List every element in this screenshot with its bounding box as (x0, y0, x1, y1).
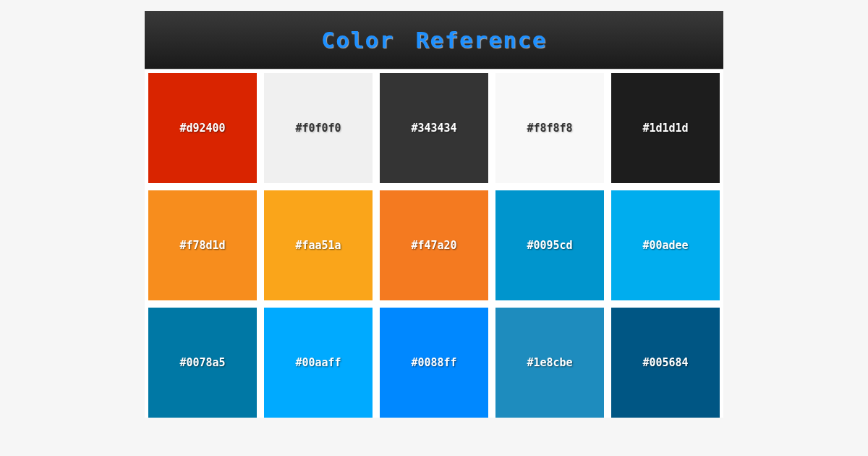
swatch-hex-label: #f47a20 (411, 239, 456, 252)
color-swatch: #0088ff (380, 308, 488, 418)
palette: #d92400#f0f0f0#343434#f8f8f8#1d1d1d#f78d… (145, 69, 723, 418)
color-swatch: #f0f0f0 (264, 73, 373, 183)
color-swatch: #0078a5 (148, 308, 257, 418)
color-swatch: #d92400 (148, 73, 257, 183)
swatch-hex-label: #0088ff (411, 356, 456, 369)
swatch-hex-label: #f8f8f8 (527, 122, 572, 135)
color-reference-card: Color Reference #d92400#f0f0f0#343434#f8… (145, 11, 723, 418)
header: Color Reference (145, 11, 723, 69)
swatch-hex-label: #f0f0f0 (295, 122, 341, 135)
color-swatch: #0095cd (495, 190, 604, 300)
color-swatch: #1e8cbe (495, 308, 604, 418)
swatch-hex-label: #faa51a (295, 239, 341, 252)
color-swatch: #f47a20 (380, 190, 488, 300)
swatch-hex-label: #343434 (411, 122, 456, 135)
page-title: Color Reference (145, 27, 723, 53)
color-swatch: #1d1d1d (611, 73, 720, 183)
color-swatch: #00adee (611, 190, 720, 300)
color-swatch: #005684 (611, 308, 720, 418)
swatch-hex-label: #d92400 (179, 122, 225, 135)
swatch-row: #0078a5#00aaff#0088ff#1e8cbe#005684 (148, 308, 720, 418)
swatch-hex-label: #f78d1d (179, 239, 225, 252)
color-swatch: #faa51a (264, 190, 373, 300)
swatch-hex-label: #00aaff (295, 356, 341, 369)
color-swatch: #f8f8f8 (495, 73, 604, 183)
swatch-row: #f78d1d#faa51a#f47a20#0095cd#00adee (148, 190, 720, 300)
swatch-row: #d92400#f0f0f0#343434#f8f8f8#1d1d1d (148, 73, 720, 183)
swatch-hex-label: #005684 (642, 356, 688, 369)
swatch-hex-label: #0095cd (527, 239, 572, 252)
swatch-hex-label: #1e8cbe (527, 356, 572, 369)
swatch-hex-label: #0078a5 (179, 356, 225, 369)
color-swatch: #f78d1d (148, 190, 257, 300)
swatch-hex-label: #00adee (642, 239, 688, 252)
swatch-hex-label: #1d1d1d (642, 122, 688, 135)
color-swatch: #00aaff (264, 308, 373, 418)
color-swatch: #343434 (380, 73, 488, 183)
